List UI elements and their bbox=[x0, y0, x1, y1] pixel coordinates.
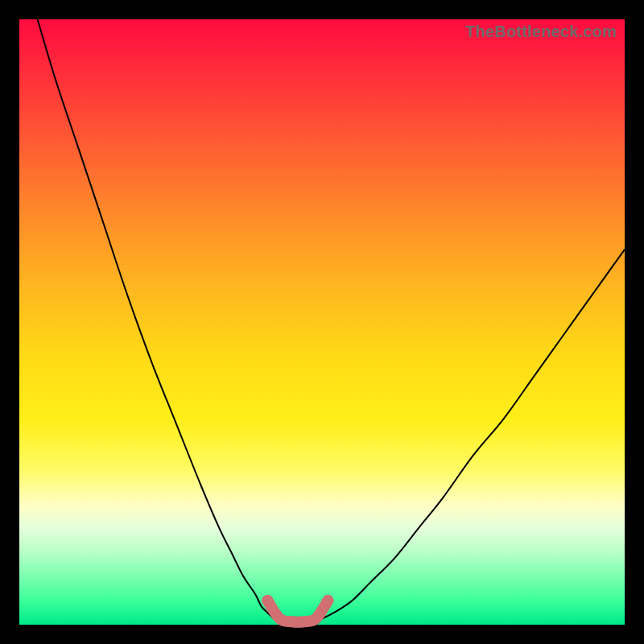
chart-frame: TheBottleneck.com bbox=[0, 0, 644, 644]
right-curve bbox=[322, 250, 625, 619]
nub-endpoint-left bbox=[262, 595, 273, 606]
bottom-nub bbox=[267, 601, 328, 622]
nub-endpoint-right bbox=[323, 595, 334, 606]
plot-area: TheBottleneck.com bbox=[19, 19, 625, 625]
left-curve bbox=[38, 19, 274, 619]
chart-svg bbox=[19, 19, 625, 625]
